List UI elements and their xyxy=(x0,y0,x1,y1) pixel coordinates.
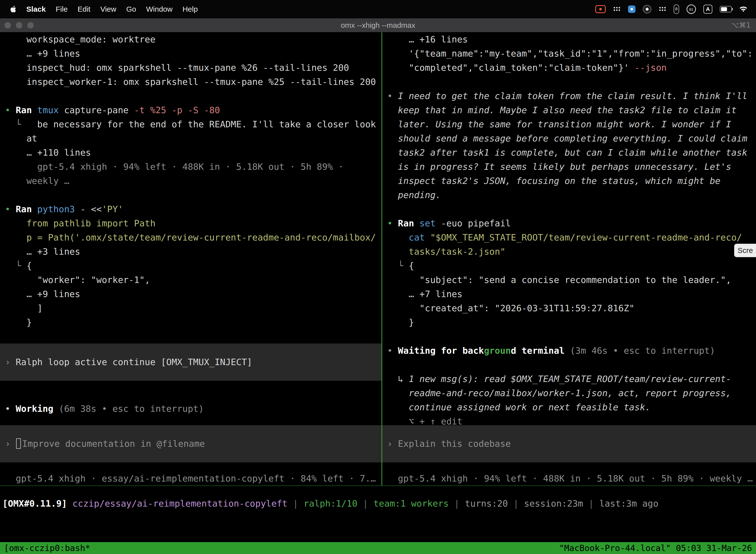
stats-pill-icon[interactable]: 8 xyxy=(674,4,679,14)
menu-item-help[interactable]: Help xyxy=(183,5,198,13)
separator: | xyxy=(449,498,465,509)
tmux-host-datetime: "MacBook-Pro-44.local" 05:03 31-Mar-26 xyxy=(559,543,752,553)
terminal-line: is in progress? It seems likely but perh… xyxy=(382,160,756,174)
separator: | xyxy=(288,498,304,509)
separator: | xyxy=(358,498,374,509)
terminal-line xyxy=(382,329,756,343)
terminal-line: … +9 lines xyxy=(0,287,381,301)
terminal-line: gpt-5.4 xhigh · essay/ai-reimplementatio… xyxy=(0,472,381,486)
omx-status-line: [OMX#0.11.9]cczip/essay/ai-reimplementat… xyxy=(2,496,756,510)
omx-last-activity: last:3m ago xyxy=(599,498,658,509)
terminal-line: '{"team_name":"my-team","task_id":"1","f… xyxy=(382,46,756,61)
terminal-line: later. Using the same for transition mig… xyxy=(382,117,756,131)
window-title: omx --xhigh --madmax xyxy=(0,21,756,30)
terminal-line xyxy=(382,202,756,216)
terminal-line: • Working (6m 38s • esc to interrupt) xyxy=(0,402,381,416)
menu-item-edit[interactable]: Edit xyxy=(78,5,90,13)
omx-team-workers: team:1 workers xyxy=(374,498,449,509)
terminal-line: readme-and-reco/mailbox/worker-1.json, a… xyxy=(382,386,756,400)
terminal-line: ] xyxy=(0,301,381,315)
app-icon-blue[interactable] xyxy=(628,5,635,13)
terminal-line: cat "$OMX_TEAM_STATE_ROOT/team/review-cu… xyxy=(382,230,756,244)
tmux-pane-left[interactable]: workspace_mode: worktree … +9 lines insp… xyxy=(0,32,381,486)
window-shortcut-hint: ⌥⌘1 xyxy=(731,21,751,29)
terminal-line xyxy=(0,188,381,202)
screen-recording-icon[interactable] xyxy=(595,5,606,13)
terminal-line: at xyxy=(0,131,381,146)
screen: Slack File Edit View Go Window Help 8 61… xyxy=(0,0,756,554)
tmux-session-window[interactable]: [omx-cczip0:bash* xyxy=(4,543,90,553)
terminal-line xyxy=(382,358,756,372)
menu-item-window[interactable]: Window xyxy=(146,5,173,13)
terminal-line: task2 after task1 is complete, but can I… xyxy=(382,146,756,160)
tmux-pane-right[interactable]: … +16 lines '{"team_name":"my-team","tas… xyxy=(382,32,756,486)
terminal-line: … +3 lines xyxy=(0,244,381,259)
tmux-panes: workspace_mode: worktree … +9 lines insp… xyxy=(0,32,756,486)
terminal-line: └ { xyxy=(0,259,381,273)
menu-bar-status-icons: 8 61 A xyxy=(595,4,748,14)
terminal-line: continue assigned work or next feasible … xyxy=(382,400,756,414)
battery-icon[interactable] xyxy=(720,6,732,12)
terminal-line: inspect_hud: omx sparkshell --tmux-pane … xyxy=(0,61,381,75)
omx-ralph-count: ralph:1/10 xyxy=(304,498,358,509)
terminal-line: ↳ 1 new msg(s): read $OMX_TEAM_STATE_ROO… xyxy=(382,372,756,386)
launchpad-grid-icon[interactable] xyxy=(659,6,666,12)
terminal-line: } xyxy=(382,315,756,329)
keyboard-icon[interactable] xyxy=(613,6,621,12)
terminal-line: … +9 lines xyxy=(0,46,381,61)
terminal-line: "completed","claim_token":"claim-token"}… xyxy=(382,61,756,75)
separator: | xyxy=(583,498,599,509)
menu-item-file[interactable]: File xyxy=(56,5,67,13)
omx-session-time: session:23m xyxy=(524,498,583,509)
omx-version: [OMX#0.11.9] xyxy=(2,498,67,509)
terminal-line: p = Path('.omx/state/team/review-current… xyxy=(0,230,381,244)
record-dot-icon xyxy=(599,8,602,10)
window-title-bar[interactable]: omx --xhigh --madmax ⌥⌘1 xyxy=(0,18,756,32)
input-source-icon[interactable]: A xyxy=(703,5,712,14)
terminal-line: "subject": "send a concise recommendatio… xyxy=(382,273,756,287)
terminal-line: tasks/task-2.json" xyxy=(382,244,756,259)
terminal-line: └ { xyxy=(382,259,756,273)
prompt-suggestion-line[interactable]: › Ralph loop active continue [OMX_TMUX_I… xyxy=(0,343,381,381)
menu-app-name[interactable]: Slack xyxy=(26,5,46,13)
terminal-line: pending. xyxy=(382,188,756,202)
terminal-line xyxy=(382,75,756,89)
terminal-line: gpt-5.4 xhigh · 94% left · 488K in · 5.1… xyxy=(382,472,756,486)
terminal-line: workspace_mode: worktree xyxy=(0,32,381,46)
terminal-line: inspect task2's JSON, focusing on the st… xyxy=(382,174,756,188)
terminal-line xyxy=(0,329,381,343)
menu-bar: Slack File Edit View Go Window Help 8 61… xyxy=(0,0,756,18)
terminal-line: weekly … xyxy=(0,174,381,188)
screenshot-notification[interactable]: Scre xyxy=(734,244,756,257)
terminal-line: from pathlib import Path xyxy=(0,216,381,230)
terminal-line: • Waiting for background terminal (3m 46… xyxy=(382,343,756,358)
apple-menu-icon[interactable] xyxy=(10,5,16,13)
terminal-line: should send a message before completing … xyxy=(382,131,756,146)
terminal-line: └ be necessary for the end of the README… xyxy=(0,117,381,131)
wifi-icon[interactable] xyxy=(739,6,748,12)
terminal-line: } xyxy=(0,315,381,329)
menu-bar-left: Slack File Edit View Go Window Help xyxy=(10,5,198,13)
terminal-line: "created_at": "2026-03-31T11:59:27.816Z" xyxy=(382,301,756,315)
block-cursor xyxy=(16,438,21,449)
gauge-icon[interactable]: 61 xyxy=(687,4,696,14)
terminal-line: keep that in mind. Maybe I also need the… xyxy=(382,103,756,117)
omx-session-path: cczip/essay/ai-reimplementation-copyleft xyxy=(72,498,288,509)
terminal-line: • Ran python3 - <<'PY' xyxy=(0,202,381,216)
omx-status-pane: [OMX#0.11.9]cczip/essay/ai-reimplementat… xyxy=(0,486,756,542)
terminal-line: • I need to get the claim token from the… xyxy=(382,89,756,103)
terminal-window[interactable]: workspace_mode: worktree … +9 lines insp… xyxy=(0,32,756,542)
terminal-line: • Ran tmux capture-pane -t %25 -p -S -80 xyxy=(0,103,381,117)
tmux-status-bar: [omx-cczip0:bash* "MacBook-Pro-44.local"… xyxy=(0,542,756,554)
prompt-suggestion-line[interactable]: › Explain this codebase xyxy=(382,425,756,462)
app-icon-dark[interactable] xyxy=(643,5,651,13)
terminal-line: … +110 lines xyxy=(0,146,381,160)
terminal-line: inspect_worker-1: omx sparkshell --tmux-… xyxy=(0,75,381,89)
terminal-line: … +16 lines xyxy=(382,32,756,46)
separator: | xyxy=(508,498,524,509)
terminal-line: gpt-5.4 xhigh · 94% left · 488K in · 5.1… xyxy=(0,160,381,174)
menu-item-view[interactable]: View xyxy=(100,5,116,13)
omx-turns: turns:20 xyxy=(465,498,508,509)
menu-item-go[interactable]: Go xyxy=(126,5,136,13)
prompt-suggestion-line[interactable]: › Improve documentation in @filename xyxy=(0,425,381,462)
